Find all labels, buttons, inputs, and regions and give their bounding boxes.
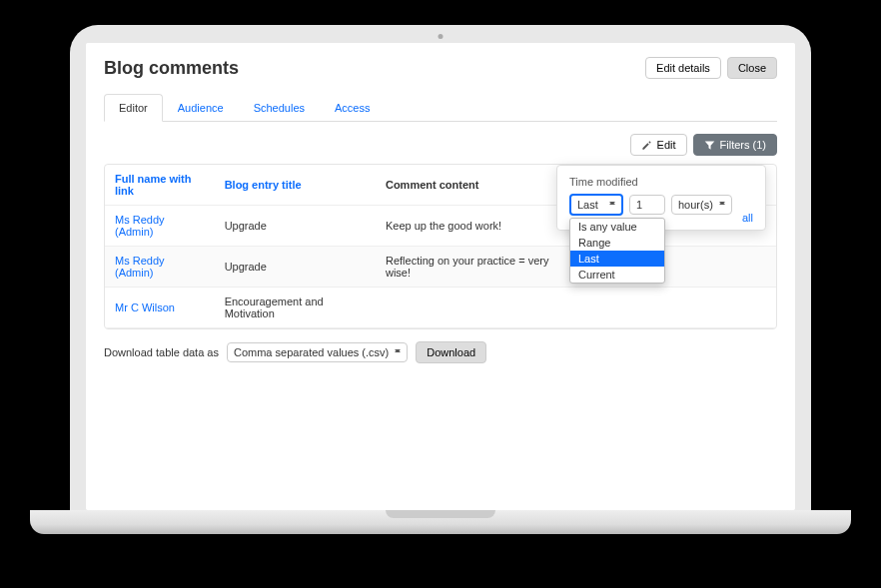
option-range[interactable]: Range [570,235,664,251]
user-link[interactable]: Ms Reddy (Admin) [115,214,165,238]
option-current[interactable]: Current [570,267,664,283]
edit-label: Edit [657,139,676,151]
page-title: Blog comments [104,58,239,79]
col-name[interactable]: Full name with link [105,165,215,206]
edit-button[interactable]: Edit [630,134,687,156]
pencil-icon [641,140,652,151]
filters-button[interactable]: Filters (1) [693,134,777,156]
cell-content: Keep up the good work! [376,206,566,247]
clear-all-link[interactable]: all [742,212,753,224]
table-panel: Full name with link Blog entry title Com… [104,164,777,329]
tab-audience[interactable]: Audience [163,94,239,122]
tab-schedules[interactable]: Schedules [239,94,320,122]
table-row: Ms Reddy (Admin) Upgrade Reflecting on y… [105,247,776,288]
user-link[interactable]: Ms Reddy (Admin) [115,255,165,279]
filters-label: Filters (1) [720,139,766,151]
filter-amount-input[interactable]: 1 [629,195,665,215]
tab-access[interactable]: Access [320,94,385,122]
tabs: Editor Audience Schedules Access [104,93,777,122]
download-format-select[interactable]: Comma separated values (.csv) [227,342,408,362]
filter-label: Time modified [569,176,753,188]
user-link[interactable]: Mr C Wilson [115,301,175,313]
edit-details-button[interactable]: Edit details [645,57,721,79]
download-button[interactable]: Download [416,341,486,363]
camera-dot [439,34,443,39]
cell-content: Reflecting on your practice = very wise! [376,247,566,288]
cell-title: Upgrade [215,247,376,288]
col-title[interactable]: Blog entry title [215,165,376,206]
laptop-base [30,510,851,534]
funnel-icon [704,140,715,151]
cell-title: Encouragement and Motivation [215,288,376,328]
filter-popover: Time modified Last 1 hour(s) Is any valu… [556,165,766,231]
table-row: Mr C Wilson Encouragement and Motivation [105,288,776,328]
option-last[interactable]: Last [570,251,664,267]
tab-editor[interactable]: Editor [104,94,163,122]
download-label: Download table data as [104,346,219,358]
filter-mode-dropdown: Is any value Range Last Current [569,218,665,284]
cell-title: Upgrade [215,206,376,247]
close-button[interactable]: Close [727,57,777,79]
filter-mode-select[interactable]: Last [569,194,623,216]
col-content: Comment content [376,165,566,206]
option-is-any-value[interactable]: Is any value [570,219,664,235]
filter-unit-select[interactable]: hour(s) [671,195,732,215]
cell-content [376,288,566,328]
